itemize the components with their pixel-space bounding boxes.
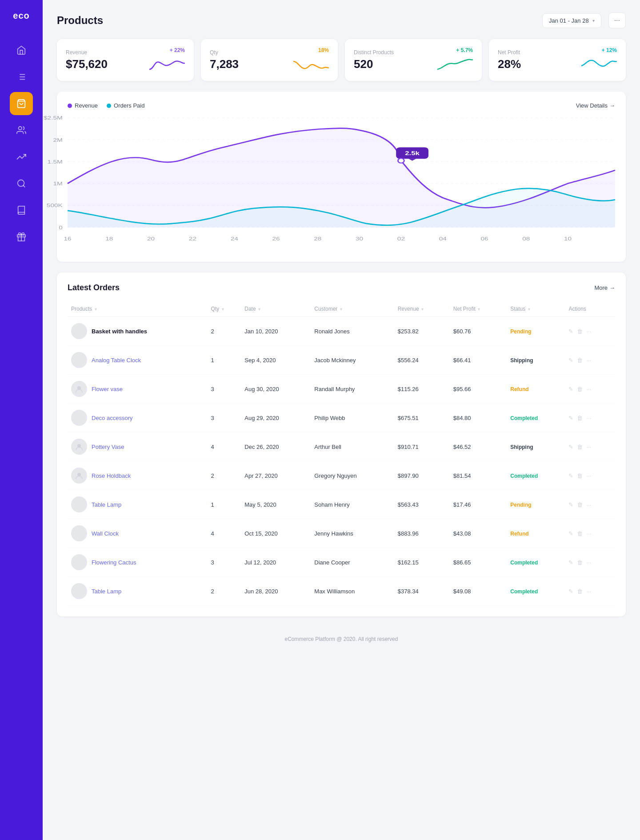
product-thumb-3 — [71, 410, 87, 426]
delete-icon-8[interactable]: 🗑 — [577, 559, 583, 566]
cell-customer-3: Philip Webb — [311, 404, 394, 432]
edit-icon-8[interactable]: ✎ — [568, 559, 573, 566]
chart-svg: $2.5M 2M 1.5M 1M 500K 0 16 18 20 22 24 2… — [68, 118, 615, 251]
more-icon-2[interactable]: ··· — [586, 386, 591, 392]
chart-area: $2.5M 2M 1.5M 1M 500K 0 16 18 20 22 24 2… — [68, 118, 615, 251]
status-badge-0: Pending — [510, 328, 531, 336]
product-name-4: Pottery Vase — [92, 444, 124, 450]
cell-qty-0: 2 — [208, 317, 241, 346]
cell-revenue-3: $675.51 — [394, 404, 450, 432]
orders-more-link[interactable]: More → — [594, 284, 615, 291]
stat-card-revenue: Revenue $75,620 + 22% — [57, 39, 194, 81]
cell-status-8: Completed — [507, 548, 565, 577]
more-icon-8[interactable]: ··· — [586, 559, 591, 566]
more-icon-5[interactable]: ··· — [586, 472, 591, 479]
product-thumb-0 — [71, 323, 87, 339]
cell-netprofit-4: $46.52 — [450, 432, 507, 461]
svg-text:08: 08 — [522, 236, 530, 242]
sidebar-item-analytics[interactable] — [10, 145, 33, 168]
delete-icon-1[interactable]: 🗑 — [577, 357, 583, 364]
cell-product-6: Table Lamp — [68, 490, 208, 519]
cell-qty-2: 3 — [208, 375, 241, 404]
footer-text: eCommerce Platform @ 2020. All right res… — [285, 636, 398, 642]
orders-title: Latest Orders — [68, 283, 120, 292]
svg-line-9 — [23, 185, 25, 187]
cell-product-9: Table Lamp — [68, 577, 208, 606]
date-range-picker[interactable]: Jan 01 - Jan 28 ▾ — [542, 13, 601, 28]
sidebar-item-users[interactable] — [10, 119, 33, 142]
cell-revenue-0: $253.82 — [394, 317, 450, 346]
edit-icon-9[interactable]: ✎ — [568, 588, 573, 595]
sidebar-item-gift[interactable] — [10, 225, 33, 248]
cell-revenue-7: $883.96 — [394, 519, 450, 548]
sidebar-item-search[interactable] — [10, 172, 33, 195]
product-thumb-6 — [71, 496, 87, 512]
chevron-down-icon: ▾ — [592, 18, 595, 23]
more-icon-6[interactable]: ··· — [586, 501, 591, 508]
cell-customer-5: Gregory Nguyen — [311, 461, 394, 490]
orders-legend-dot — [107, 104, 111, 108]
edit-icon-4[interactable]: ✎ — [568, 444, 573, 450]
sidebar-item-book[interactable] — [10, 199, 33, 222]
edit-icon-6[interactable]: ✎ — [568, 501, 573, 508]
delete-icon-6[interactable]: 🗑 — [577, 501, 583, 508]
cell-qty-3: 3 — [208, 404, 241, 432]
cell-product-5: Rose Holdback — [68, 461, 208, 490]
cell-customer-9: Max Williamson — [311, 577, 394, 606]
sidebar-item-orders[interactable] — [10, 65, 33, 88]
svg-text:28: 28 — [314, 236, 322, 242]
more-options-button[interactable]: ··· — [608, 12, 626, 28]
edit-icon-1[interactable]: ✎ — [568, 357, 573, 364]
cell-product-4: Pottery Vase — [68, 432, 208, 461]
chart-header: Revenue Orders Paid View Details → — [68, 102, 615, 109]
delete-icon-9[interactable]: 🗑 — [577, 588, 583, 595]
more-icon-0[interactable]: ··· — [586, 328, 591, 335]
table-header-row: Products ▾ Qty ▾ Date ▾ Customer ▾ Reven… — [68, 301, 615, 317]
edit-icon-5[interactable]: ✎ — [568, 472, 573, 479]
cell-revenue-8: $162.15 — [394, 548, 450, 577]
delete-icon-3[interactable]: 🗑 — [577, 415, 583, 421]
more-icon-9[interactable]: ··· — [586, 588, 591, 595]
status-badge-1: Shipping — [510, 356, 533, 364]
status-badge-4: Shipping — [510, 443, 533, 451]
sidebar-item-home[interactable] — [10, 39, 33, 62]
delete-icon-7[interactable]: 🗑 — [577, 530, 583, 537]
cell-qty-7: 4 — [208, 519, 241, 548]
arrow-right-icon: → — [609, 102, 615, 109]
sidebar-item-products[interactable] — [10, 92, 33, 115]
edit-icon-7[interactable]: ✎ — [568, 530, 573, 537]
netprofit-label: Net Profit — [498, 49, 521, 56]
edit-icon-0[interactable]: ✎ — [568, 328, 573, 335]
cell-actions-6: ✎ 🗑 ··· — [565, 490, 615, 519]
delete-icon-4[interactable]: 🗑 — [577, 444, 583, 450]
cell-actions-3: ✎ 🗑 ··· — [565, 404, 615, 432]
stat-card-distinct: Distinct Products 520 + 5.7% — [345, 39, 482, 81]
more-icon-4[interactable]: ··· — [586, 444, 591, 450]
svg-text:16: 16 — [64, 236, 72, 242]
status-badge-5: Completed — [510, 472, 538, 480]
delete-icon-2[interactable]: 🗑 — [577, 386, 583, 392]
sort-date-icon: ▾ — [258, 307, 260, 312]
edit-icon-2[interactable]: ✎ — [568, 386, 573, 392]
qty-sparkline — [293, 57, 329, 73]
qty-right: 18% — [293, 47, 329, 73]
cell-qty-8: 3 — [208, 548, 241, 577]
cell-product-1: Analog Table Clock — [68, 346, 208, 375]
sort-status-icon: ▾ — [528, 307, 530, 312]
cell-status-1: Shipping — [507, 346, 565, 375]
delete-icon-5[interactable]: 🗑 — [577, 472, 583, 479]
chart-tooltip: 2.5k — [396, 147, 428, 163]
more-icon-3[interactable]: ··· — [586, 415, 591, 421]
cell-date-2: Aug 30, 2020 — [241, 375, 311, 404]
cell-netprofit-9: $49.08 — [450, 577, 507, 606]
edit-icon-3[interactable]: ✎ — [568, 415, 573, 421]
table-row: Rose Holdback 2 Apr 27, 2020 Gregory Ngu… — [68, 461, 615, 490]
more-icon-1[interactable]: ··· — [586, 357, 591, 364]
cell-customer-2: Randall Murphy — [311, 375, 394, 404]
delete-icon-0[interactable]: 🗑 — [577, 328, 583, 335]
cell-product-3: Deco accessory — [68, 404, 208, 432]
col-products: Products ▾ — [68, 301, 208, 317]
more-icon-7[interactable]: ··· — [586, 530, 591, 537]
chart-legend: Revenue Orders Paid — [68, 102, 144, 109]
view-details-link[interactable]: View Details → — [576, 102, 615, 109]
